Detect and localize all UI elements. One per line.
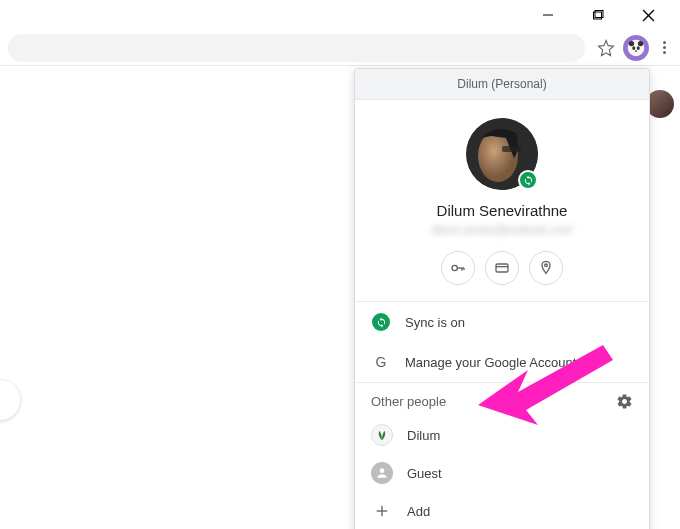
manage-account-row[interactable]: G Manage your Google Account [355, 342, 649, 382]
profile-display-name: Dilum Senevirathne [371, 202, 633, 219]
star-icon [597, 39, 615, 57]
close-button[interactable] [634, 1, 662, 29]
guest-row[interactable]: Guest [355, 454, 649, 492]
profile-avatar-button[interactable] [623, 35, 649, 61]
sync-badge [518, 170, 538, 190]
sync-icon [523, 175, 534, 186]
browser-menu-button[interactable] [657, 37, 672, 58]
sync-on-badge [372, 313, 390, 331]
side-floating-button[interactable] [0, 380, 20, 420]
svg-point-10 [635, 50, 637, 52]
svg-point-9 [637, 46, 640, 50]
svg-point-21 [380, 468, 385, 473]
sync-label: Sync is on [405, 315, 465, 330]
omnibox[interactable] [8, 34, 585, 62]
svg-rect-13 [502, 146, 522, 152]
guest-label: Guest [407, 466, 442, 481]
manage-account-label: Manage your Google Account [405, 355, 576, 370]
card-icon [494, 260, 510, 276]
passwords-button[interactable] [441, 251, 475, 285]
svg-rect-18 [496, 264, 508, 272]
addresses-button[interactable] [529, 251, 563, 285]
person-name: Dilum [407, 428, 440, 443]
add-person-row[interactable]: Add [355, 492, 649, 529]
svg-point-6 [629, 40, 634, 45]
maximize-button[interactable] [584, 1, 612, 29]
profile-menu-panel: Dilum (Personal) [354, 68, 650, 529]
profile-settings-button[interactable] [616, 393, 633, 410]
svg-point-20 [545, 264, 548, 267]
plus-icon [374, 503, 390, 519]
bookmark-button[interactable] [597, 39, 615, 57]
other-people-header: Other people [371, 394, 446, 409]
add-label: Add [407, 504, 430, 519]
svg-point-7 [638, 40, 643, 45]
close-icon [642, 9, 655, 22]
maximize-icon [592, 9, 604, 21]
key-icon [450, 260, 466, 276]
gear-icon [616, 393, 633, 410]
sync-row[interactable]: Sync is on [355, 302, 649, 342]
minimize-icon [542, 9, 554, 21]
panda-avatar-icon [627, 39, 645, 57]
person-icon [375, 466, 389, 480]
dot-icon [663, 46, 666, 49]
location-icon [538, 260, 554, 276]
sync-icon [376, 317, 387, 328]
profile-summary: Dilum Senevirathne dilum.senev@outlook.c… [355, 100, 649, 302]
dot-icon [663, 51, 666, 54]
svg-point-14 [452, 265, 457, 270]
svg-point-8 [632, 46, 635, 50]
payments-button[interactable] [485, 251, 519, 285]
page-avatar [646, 90, 674, 118]
google-g-icon: G [376, 354, 387, 370]
plant-avatar-icon [374, 427, 390, 443]
other-person-row[interactable]: Dilum [355, 416, 649, 454]
profile-menu-header: Dilum (Personal) [355, 69, 649, 100]
dot-icon [663, 41, 666, 44]
minimize-button[interactable] [534, 1, 562, 29]
profile-email: dilum.senev@outlook.com [371, 223, 633, 237]
browser-toolbar [0, 30, 680, 66]
